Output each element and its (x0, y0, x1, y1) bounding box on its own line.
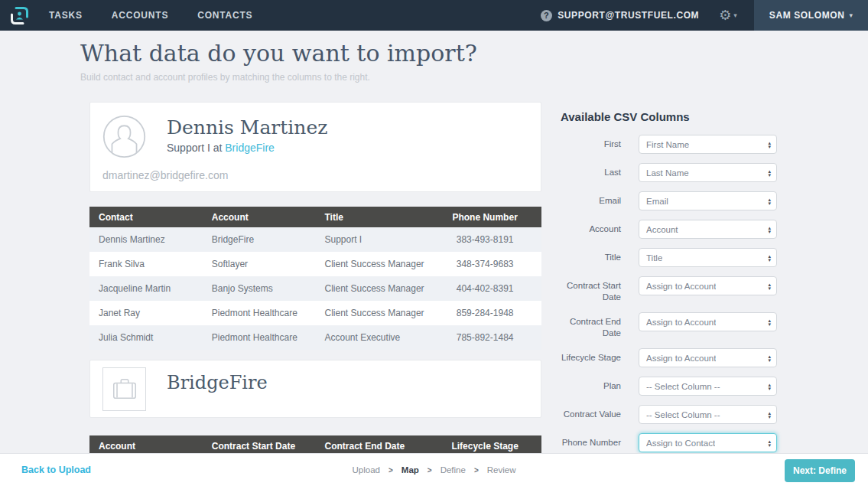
select-stepper-icon: ▴▾ (768, 135, 771, 153)
contacts-preview-table: ContactAccountTitlePhone NumberDennis Ma… (89, 207, 541, 350)
stepper-down-arrow: ▾ (768, 443, 771, 447)
table-cell: Julia Schmidt (89, 332, 203, 343)
table-row: Janet RayPiedmont HealthcareClient Succe… (89, 301, 541, 325)
csv-label-contract-start-date: Contract Start Date (554, 276, 621, 303)
table-row: Julia SchmidtPiedmont HealthcareAccount … (89, 325, 541, 350)
next-define-button[interactable]: Next: Define (785, 459, 855, 482)
primary-nav: TASKSACCOUNTSCONTACTS (49, 0, 281, 31)
csv-label-phone-number: Phone Number (554, 433, 621, 448)
csv-mapping-row: Plan-- Select Column --▴▾ (554, 377, 778, 396)
csv-label-last: Last (554, 163, 621, 178)
csv-select-value: First Name (646, 140, 689, 149)
csv-select-plan[interactable]: -- Select Column --▴▾ (639, 377, 777, 396)
csv-select-first[interactable]: First Name▴▾ (639, 135, 777, 154)
table-cell: 785-892-1484 (428, 332, 541, 343)
stepper-down-arrow: ▾ (768, 258, 771, 262)
account-icon-box (102, 367, 146, 411)
csv-mapping-row: EmailEmail▴▾ (554, 191, 778, 210)
csv-select-email[interactable]: Email▴▾ (639, 191, 777, 210)
table-cell: 859-284-1948 (428, 308, 541, 318)
stepper-down-arrow: ▾ (768, 322, 771, 326)
csv-select-value: Assign to Account (646, 318, 716, 327)
table-cell: 348-374-9683 (428, 259, 541, 269)
sync-user-logo-icon (9, 5, 30, 26)
csv-select-account[interactable]: Account▴▾ (639, 220, 777, 239)
page-header: What data do you want to import? Build c… (80, 40, 477, 83)
select-stepper-icon: ▴▾ (768, 249, 771, 266)
chevron-down-icon: ▾ (733, 11, 737, 19)
stepper-down-arrow: ▾ (768, 230, 771, 233)
support-link[interactable]: ? SUPPORT@TRUSTFUEL.COM (541, 0, 699, 31)
wizard-steps-breadcrumb: Upload>Map>Define>Review (0, 465, 868, 475)
app-logo[interactable] (0, 0, 38, 31)
csv-select-value: -- Select Column -- (646, 382, 720, 391)
select-stepper-icon: ▴▾ (768, 277, 771, 295)
contact-company-link[interactable]: BridgeFire (225, 142, 275, 154)
table-cell: Client Success Manager (316, 308, 429, 318)
contact-email: dmartinez@bridgefire.com (102, 169, 528, 181)
account-name: BridgeFire (167, 372, 268, 393)
stepper-down-arrow: ▾ (768, 387, 771, 390)
preview-column: Dennis Martinez Support I at BridgeFire … (89, 102, 541, 466)
gear-icon: ⚙ (719, 8, 731, 22)
page-subtitle: Build contact and account profiles by ma… (80, 72, 477, 83)
csv-select-value: Account (646, 225, 678, 234)
table-cell: Janet Ray (89, 308, 203, 318)
contact-title-text: Support I at (167, 142, 225, 154)
column-header-phone-number: Phone Number (428, 212, 541, 223)
csv-select-phone-number[interactable]: Assign to Contact▴▾ (639, 433, 777, 452)
table-cell: Piedmont Healthcare (203, 308, 316, 318)
csv-label-contract-end-date: Contract End Date (554, 312, 621, 339)
table-cell: Support I (316, 234, 429, 245)
csv-label-title: Title (554, 248, 621, 263)
column-header-contract-end-date: Contract End Date (316, 441, 429, 452)
column-header-contact: Contact (89, 212, 203, 223)
table-row: Frank SilvaSoftlayerClient Success Manag… (89, 252, 541, 276)
table-row: Jacqueline MartinBanjo SystemsClient Suc… (89, 276, 541, 301)
nav-item-contacts[interactable]: CONTACTS (197, 10, 252, 21)
stepper-down-arrow: ▾ (768, 286, 771, 290)
briefcase-icon (110, 374, 139, 403)
csv-select-contract-value[interactable]: -- Select Column --▴▾ (639, 405, 777, 424)
user-name-label: SAM SOLOMON (769, 10, 845, 21)
csv-select-last[interactable]: Last Name▴▾ (639, 163, 777, 182)
select-stepper-icon: ▴▾ (768, 349, 771, 367)
stepper-down-arrow: ▾ (768, 145, 771, 148)
settings-menu[interactable]: ⚙ ▾ (719, 0, 737, 31)
step-separator: > (474, 466, 479, 475)
step-separator: > (388, 466, 393, 475)
column-header-contract-start-date: Contract Start Date (203, 441, 316, 452)
nav-item-accounts[interactable]: ACCOUNTS (112, 10, 168, 21)
table-row: Dennis MartinezBridgeFireSupport I383-49… (89, 227, 541, 252)
table-cell: Banjo Systems (203, 283, 316, 294)
csv-select-contract-start-date[interactable]: Assign to Account▴▾ (639, 276, 777, 295)
csv-select-lifecycle-stage[interactable]: Assign to Account▴▾ (639, 348, 777, 367)
stepper-down-arrow: ▾ (768, 173, 771, 177)
column-header-title: Title (316, 212, 429, 223)
csv-label-email: Email (554, 191, 621, 207)
nav-item-tasks[interactable]: TASKS (49, 10, 83, 21)
select-stepper-icon: ▴▾ (768, 164, 771, 181)
csv-select-contract-end-date[interactable]: Assign to Account▴▾ (639, 312, 777, 331)
step-review: Review (487, 465, 516, 475)
csv-mapping-row: Contract Start DateAssign to Account▴▾ (554, 276, 778, 303)
wizard-footer: Back to Upload Upload>Map>Define>Review … (0, 453, 868, 486)
csv-mapping-panel: Available CSV Columns FirstFirst Name▴▾L… (554, 110, 778, 462)
table-cell: Softlayer (203, 259, 316, 269)
column-header-lifecycle-stage: Lifecycle Stage (428, 441, 541, 452)
select-stepper-icon: ▴▾ (768, 313, 771, 331)
support-email-label: SUPPORT@TRUSTFUEL.COM (558, 10, 699, 21)
step-define: Define (441, 465, 466, 475)
navbar-right: ? SUPPORT@TRUSTFUEL.COM ⚙ ▾ SAM SOLOMON … (541, 0, 868, 31)
stepper-down-arrow: ▾ (768, 201, 771, 205)
table-cell: Dennis Martinez (89, 234, 203, 245)
csv-select-title[interactable]: Title▴▾ (639, 248, 777, 267)
csv-label-first: First (554, 135, 621, 150)
csv-mapping-row: Contract Value-- Select Column --▴▾ (554, 405, 778, 424)
table-cell: Piedmont Healthcare (203, 332, 316, 343)
csv-label-lifecycle-stage: Lifecycle Stage (554, 348, 621, 364)
user-menu[interactable]: SAM SOLOMON ▾ (754, 0, 868, 31)
contact-title: Support I at BridgeFire (167, 142, 327, 154)
csv-mapping-rows: FirstFirst Name▴▾LastLast Name▴▾EmailEma… (554, 135, 778, 452)
column-header-account: Account (89, 441, 203, 452)
